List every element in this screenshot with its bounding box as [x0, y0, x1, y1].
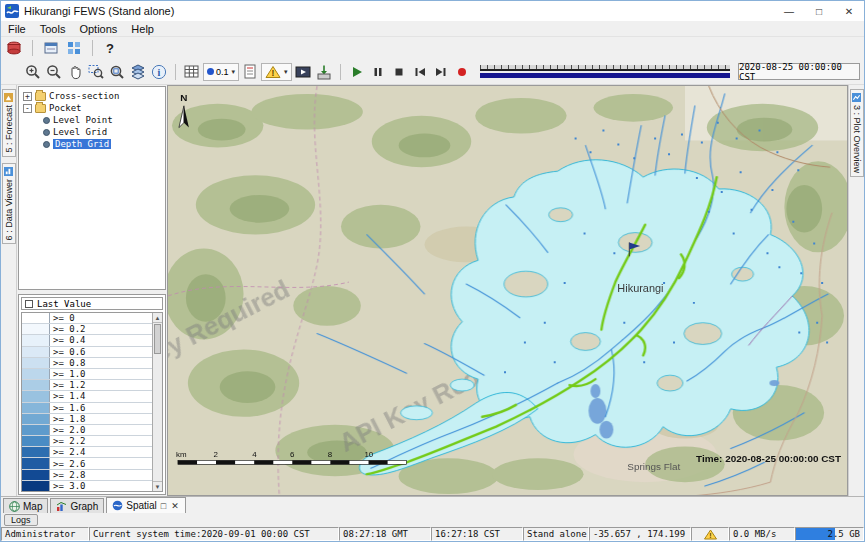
svg-text:!: !	[272, 68, 275, 78]
close-view-icon[interactable]: ✕	[170, 501, 180, 511]
time-slider[interactable]	[480, 63, 730, 80]
legend-entry: >= 1.6	[22, 403, 152, 414]
current-datetime-display: 2020-08-25 00:00:00 CST	[738, 63, 860, 80]
status-throughput: 0.0 MB/s	[729, 527, 795, 541]
layer-tree: + Cross-section - Pocket Level Point Lev…	[18, 86, 166, 290]
right-tab-strip: 3 : Plot Overview	[848, 85, 864, 496]
map-canvas[interactable]: API Key Required API Key Required	[168, 86, 847, 495]
legend-entry: >= 0.4	[22, 335, 152, 346]
tree-item-pocket[interactable]: - Pocket	[19, 102, 165, 114]
step-forward-button[interactable]	[431, 62, 451, 82]
tab-spatial-label: Spatial	[126, 500, 157, 511]
contour-interval-dropdown[interactable]: 0.1 ▾	[203, 63, 239, 81]
close-icon[interactable]: ✕	[834, 1, 864, 21]
legend-entry: >= 2.4	[22, 447, 152, 458]
grid-table-icon[interactable]	[182, 62, 202, 82]
left-panel: + Cross-section - Pocket Level Point Lev…	[17, 85, 167, 496]
info-icon[interactable]: i	[149, 62, 169, 82]
legend-swatch	[22, 335, 50, 345]
tab-plot-overview[interactable]: 3 : Plot Overview	[850, 89, 864, 177]
status-gmt-time: 08:27:18 GMT	[339, 527, 431, 541]
zoom-extent-icon[interactable]	[107, 62, 127, 82]
expand-icon[interactable]: +	[23, 92, 32, 101]
window-title: Hikurangi FEWS (Stand alone)	[24, 5, 174, 17]
play-button[interactable]	[347, 62, 367, 82]
last-value-checkbox[interactable]	[25, 300, 33, 308]
menu-options[interactable]: Options	[72, 23, 124, 35]
scroll-up-icon[interactable]: ▲	[153, 313, 162, 323]
legend-swatch	[22, 458, 50, 468]
export-icon[interactable]	[314, 62, 334, 82]
maximize-icon[interactable]: □	[804, 1, 834, 21]
globe-icon	[9, 501, 20, 512]
scrollbar-thumb[interactable]	[154, 324, 161, 354]
legend-swatch	[22, 380, 50, 390]
zoom-region-icon[interactable]	[86, 62, 106, 82]
toolbar-separator	[32, 40, 33, 56]
tab-spatial[interactable]: Spatial □ ✕	[106, 497, 186, 513]
legend-entry: >= 0	[22, 313, 152, 324]
maximize-view-icon[interactable]: □	[160, 501, 167, 511]
tree-item-level-point[interactable]: Level Point	[19, 114, 165, 126]
record-button[interactable]	[452, 62, 472, 82]
scroll-down-icon[interactable]: ▼	[153, 481, 162, 491]
legend-swatch	[22, 403, 50, 413]
display-window-icon[interactable]	[41, 38, 61, 58]
zoom-in-icon[interactable]	[23, 62, 43, 82]
map-view[interactable]: API Key Required API Key Required	[167, 85, 848, 496]
layer-node-icon	[43, 117, 50, 124]
svg-text:km: km	[176, 450, 187, 459]
folder-icon	[35, 104, 46, 113]
tree-item-depth-grid[interactable]: Depth Grid	[19, 138, 165, 150]
stop-button[interactable]	[389, 62, 409, 82]
animation-window-icon[interactable]	[293, 62, 313, 82]
main-toolbar: ?	[1, 37, 864, 59]
layers-icon[interactable]	[128, 62, 148, 82]
legend-swatch	[22, 436, 50, 446]
pan-icon[interactable]	[65, 62, 85, 82]
pause-button[interactable]	[368, 62, 388, 82]
legend-swatch	[22, 425, 50, 435]
legend-swatch	[22, 481, 50, 491]
profile-document-icon[interactable]	[240, 62, 260, 82]
tab-data-viewer[interactable]: 6 : Data Viewer	[2, 163, 16, 244]
tab-graph-label: Graph	[70, 501, 98, 512]
map-time-label: Time: 2020-08-25 00:00:00 CST	[696, 453, 841, 464]
chevron-down-icon: ▾	[284, 68, 288, 76]
tab-graph[interactable]: Graph	[50, 498, 104, 513]
legend-swatch	[22, 369, 50, 379]
logs-bar: Logs	[1, 513, 864, 527]
spatial-display-icon[interactable]	[64, 38, 84, 58]
left-tab-strip: 5 : Forecast 6 : Data Viewer	[1, 85, 17, 496]
menu-help[interactable]: Help	[124, 23, 161, 35]
app-icon	[5, 4, 19, 18]
legend-entry: >= 2.2	[22, 436, 152, 447]
menu-file[interactable]: File	[1, 23, 33, 35]
zoom-out-icon[interactable]	[44, 62, 64, 82]
step-back-button[interactable]	[410, 62, 430, 82]
minimize-icon[interactable]: —	[774, 1, 804, 21]
legend-swatch	[22, 324, 50, 334]
help-button[interactable]: ?	[101, 38, 119, 58]
logs-button[interactable]: Logs	[4, 514, 38, 526]
collapse-icon[interactable]: -	[23, 104, 32, 113]
map-label-hikurangi: Hikurangi	[617, 282, 663, 294]
tree-item-level-grid[interactable]: Level Grid	[19, 126, 165, 138]
layer-node-icon	[43, 141, 50, 148]
threshold-warning-dropdown[interactable]: ! ▾	[261, 63, 292, 81]
legend-swatch	[22, 391, 50, 401]
status-coordinates: -35.657 , 174.199	[589, 527, 691, 541]
tab-forecast[interactable]: 5 : Forecast	[2, 89, 16, 157]
menu-tools[interactable]: Tools	[33, 23, 73, 35]
tab-map[interactable]: Map	[3, 498, 48, 513]
contour-dot-icon	[207, 68, 214, 75]
database-icon[interactable]	[4, 38, 24, 58]
main-area: 5 : Forecast 6 : Data Viewer + Cross-sec…	[1, 85, 864, 496]
svg-text:2: 2	[214, 450, 218, 459]
legend-scrollbar[interactable]: ▲ ▼	[152, 313, 162, 491]
time-slider-ticks	[480, 65, 730, 71]
tree-item-cross-section[interactable]: + Cross-section	[19, 90, 165, 102]
svg-text:6: 6	[290, 450, 295, 459]
legend-entry: >= 1.0	[22, 369, 152, 380]
legend-swatch	[22, 347, 50, 357]
